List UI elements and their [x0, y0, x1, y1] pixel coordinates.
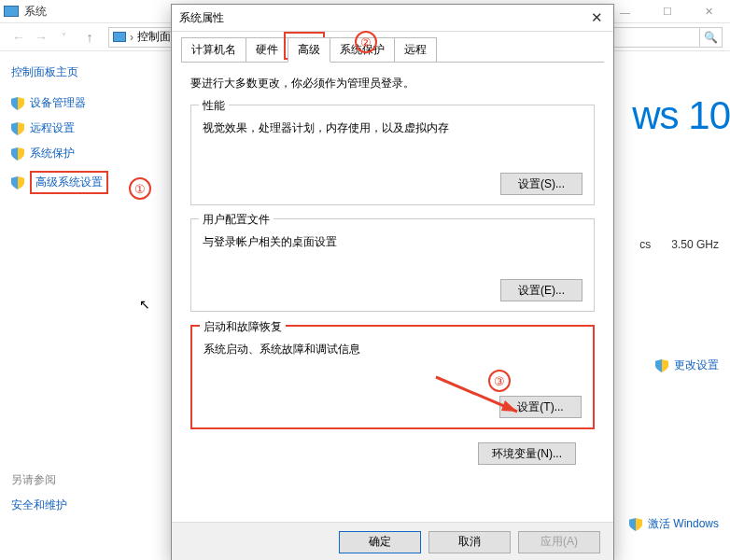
user-profile-group: 用户配置文件 与登录帐户相关的桌面设置 设置(E)...: [190, 218, 595, 312]
sidebar-item-label: 远程设置: [30, 120, 75, 136]
env-vars-button[interactable]: 环境变量(N)...: [478, 442, 576, 465]
sidebar-item-label: 高级系统设置: [30, 171, 108, 194]
group-desc: 与登录帐户相关的桌面设置: [203, 234, 583, 250]
sidebar-item-security[interactable]: 安全和维护: [11, 497, 67, 513]
annotation-3: ③: [488, 370, 511, 392]
search-icon[interactable]: 🔍: [700, 27, 723, 48]
cancel-button[interactable]: 取消: [428, 531, 511, 553]
path-icon: [113, 32, 126, 42]
performance-settings-button[interactable]: 设置(S)...: [500, 173, 583, 195]
group-title: 用户配置文件: [199, 212, 274, 228]
intro-text: 要进行大多数更改，你必须作为管理员登录。: [190, 76, 595, 91]
dialog-title: 系统属性: [179, 10, 224, 26]
up-icon[interactable]: ↑: [78, 30, 101, 45]
ok-button[interactable]: 确定: [339, 531, 421, 553]
shield-icon: [11, 176, 24, 189]
annotation-2: ②: [355, 31, 377, 53]
sidebar-item-label: 系统保护: [30, 146, 75, 161]
tab-advanced[interactable]: 高级: [288, 37, 330, 63]
forward-icon[interactable]: →: [30, 30, 52, 45]
close-icon[interactable]: ✕: [585, 9, 608, 26]
group-title: 启动和故障恢复: [200, 319, 286, 335]
sidebar-item-label: 设备管理器: [30, 95, 86, 111]
dropdown-icon[interactable]: ˅: [52, 32, 75, 42]
shield-icon: [11, 122, 24, 135]
tab-remote[interactable]: 远程: [394, 37, 437, 63]
annotation-1: ①: [129, 177, 151, 200]
shield-icon: [629, 518, 642, 531]
group-title: 性能: [199, 98, 229, 114]
see-also: 另请参阅 安全和维护: [11, 472, 67, 523]
sidebar-item-remote[interactable]: 远程设置: [11, 120, 152, 136]
change-settings-link[interactable]: 更改设置: [655, 357, 719, 373]
tab-hardware[interactable]: 硬件: [246, 37, 288, 63]
dialog-buttons: 确定 取消 应用(A): [172, 522, 613, 560]
shield-icon: [11, 147, 24, 161]
system-properties-dialog: 系统属性 ✕ 计算机名 硬件 高级 系统保护 远程 ② 要进行大多数更改，你必须…: [171, 4, 614, 560]
maximize-button[interactable]: ☐: [646, 0, 688, 23]
system-icon: [4, 6, 19, 17]
shield-icon: [655, 359, 668, 372]
close-button[interactable]: ✕: [688, 0, 730, 23]
dialog-titlebar: 系统属性 ✕: [172, 5, 613, 31]
tab-computer-name[interactable]: 计算机名: [181, 37, 246, 63]
sidebar-item-device-manager[interactable]: 设备管理器: [11, 95, 152, 111]
group-desc: 系统启动、系统故障和调试信息: [204, 342, 582, 357]
see-also-header: 另请参阅: [11, 472, 67, 488]
sidebar-item-protection[interactable]: 系统保护: [11, 146, 152, 161]
cursor-icon: ↖: [139, 297, 150, 312]
window-title: 系统: [24, 4, 47, 20]
apply-button[interactable]: 应用(A): [518, 531, 600, 553]
activate-windows-link[interactable]: 激活 Windows: [629, 516, 719, 532]
windows-brand: ws 10: [632, 93, 730, 138]
group-desc: 视觉效果，处理器计划，内存使用，以及虚拟内存: [203, 120, 583, 136]
back-icon[interactable]: ←: [7, 30, 30, 45]
spec-row: cs 3.50 GHz: [639, 238, 719, 251]
shield-icon: [11, 97, 24, 110]
performance-group: 性能 视觉效果，处理器计划，内存使用，以及虚拟内存 设置(S)...: [190, 105, 595, 205]
profile-settings-button[interactable]: 设置(E)...: [500, 279, 583, 301]
sidebar-item-label: 安全和维护: [11, 497, 67, 513]
control-panel-home[interactable]: 控制面板主页: [11, 64, 152, 80]
tab-strip: 计算机名 硬件 高级 系统保护 远程 ②: [172, 32, 613, 63]
startup-recovery-group: 启动和故障恢复 系统启动、系统故障和调试信息 设置(T)... ③: [190, 325, 595, 429]
startup-settings-button[interactable]: 设置(T)...: [499, 396, 582, 418]
